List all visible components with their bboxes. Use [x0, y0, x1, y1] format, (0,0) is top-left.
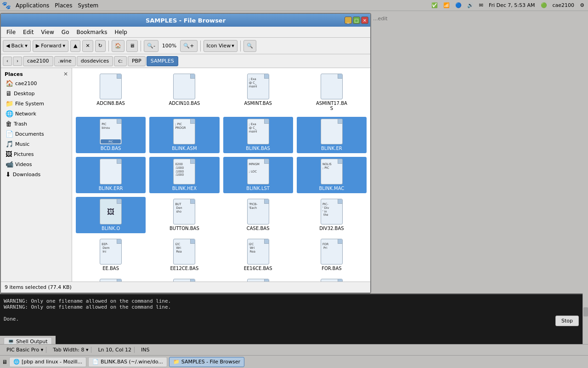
sidebar-label: Videos: [15, 161, 32, 167]
breadcrumb-cae2100[interactable]: cae2100: [23, 56, 53, 66]
forward-button[interactable]: ▶ Forward ▾: [33, 40, 68, 52]
file-icon: 🖼: [100, 199, 122, 224]
zoom-in-button[interactable]: 🔍+: [180, 40, 197, 52]
file-item[interactable]: EEP- Dem IniEE.BAS: [76, 237, 146, 273]
file-item[interactable]: ; Exa @ C_ mainlASMINT.BAS: [223, 72, 293, 113]
system-menu[interactable]: System: [75, 1, 101, 10]
sidebar-item-desktop[interactable]: 🖥 Desktop: [3, 88, 70, 98]
file-icon: PIC LCD: [247, 279, 269, 282]
tab-width-status[interactable]: Tab Width: 8 ▾: [50, 347, 91, 353]
file-item[interactable]: PIC charvHSER.BAS: [76, 277, 146, 282]
taskbar-item-filebrowser[interactable]: 📁 SAMPLES - File Browser: [169, 357, 244, 367]
settings-icon[interactable]: ⚙: [578, 2, 586, 8]
file-item[interactable]: 🖼BLINK.O: [76, 197, 146, 233]
taskbar-item-mozilla[interactable]: 🌐 [pbp and linux - Mozill...: [9, 357, 86, 367]
sidebar-close-button[interactable]: ✕: [63, 71, 68, 77]
shell-tab-label: Shell Output: [16, 339, 48, 345]
help-menu[interactable]: Help: [111, 28, 131, 36]
breadcrumb-forward-button[interactable]: ›: [13, 57, 22, 66]
file-item[interactable]: BUT Den shoBUTTON.BAS: [149, 197, 219, 233]
file-icon: NOLIS ; PIC: [321, 159, 343, 184]
filesystem-icon: 📁: [6, 100, 13, 107]
minimize-button[interactable]: _: [345, 17, 352, 24]
sidebar-item-network[interactable]: 🌐 Network: [3, 109, 70, 119]
file-menu[interactable]: File: [3, 28, 19, 36]
file-item[interactable]: I2C Wri ReaEE16CE.BAS: [223, 237, 293, 273]
places-menu[interactable]: Places: [52, 1, 75, 10]
search-button[interactable]: 🔍: [243, 40, 256, 52]
view-menu[interactable]: View: [37, 28, 57, 36]
stop-loading-button[interactable]: ✕: [82, 40, 93, 52]
up-button[interactable]: ▲: [70, 40, 80, 52]
shell-output-text: WARNING: Only one filename allowed on th…: [4, 298, 579, 322]
file-item[interactable]: 'PICB- 'EachCASE.BAS: [223, 197, 293, 233]
editor-dropdown-icon[interactable]: ▾: [41, 347, 44, 353]
stop-button[interactable]: Stop: [555, 316, 579, 326]
file-item[interactable]: ; PIC PROGRBLINK.ASM: [149, 117, 219, 153]
breadcrumb-back-button[interactable]: ‹: [3, 57, 12, 66]
fb-statusbar: 9 items selected (77.4 KB): [1, 282, 370, 293]
reload-button[interactable]: ↻: [95, 40, 106, 52]
file-item[interactable]: BLINK.ER: [297, 117, 367, 153]
file-item[interactable]: ASMINT17.BAS: [297, 72, 367, 113]
sidebar-item-music[interactable]: 🎵 Music: [3, 139, 70, 149]
back-dropdown-icon[interactable]: ▾: [25, 43, 28, 49]
breadcrumb-samples[interactable]: SAMPLES: [147, 56, 178, 66]
editor-type-status[interactable]: PIC Basic Pro ▾: [4, 347, 46, 353]
file-item[interactable]: ; Exa @ C_ mainlBLINK.BAS: [223, 117, 293, 153]
breadcrumb-c[interactable]: c:: [114, 56, 127, 66]
file-item[interactable]: PIC LCDLCD.BAS: [223, 277, 293, 282]
fb-content-area[interactable]: ADCIN8.BASADCIN10.BAS; Exa @ C_ mainlASM…: [72, 68, 370, 282]
view-mode-selector[interactable]: Icon View ▾: [204, 40, 237, 52]
home-button[interactable]: 🏠: [112, 40, 124, 52]
sidebar-item-documents[interactable]: 📄 Documents: [3, 129, 70, 139]
file-item[interactable]: I2C Wri ReaEE12CE.BAS: [149, 237, 219, 273]
tab-width-dropdown-icon[interactable]: ▾: [86, 347, 89, 353]
file-item[interactable]: NOLIS ; PICBLINK.MAC: [297, 157, 367, 193]
file-item[interactable]: I2C Wri ReaI2C.BAS: [149, 277, 219, 282]
file-item[interactable]: DisLOGIC.BAS: [297, 277, 367, 282]
taskbar-item-blink[interactable]: 📄 BLINK.BAS (~/.wine/do...: [88, 357, 167, 367]
file-item[interactable]: BLINK.ERR: [76, 157, 146, 193]
file-item[interactable]: MPASM ; LOCBLINK.LST: [223, 157, 293, 193]
username-display: cae2100: [551, 2, 577, 8]
sidebar-item-downloads[interactable]: ⬇ Downloads: [3, 169, 70, 179]
editor-menu: ...edit: [371, 13, 588, 24]
file-name: BLINK.MAC: [317, 185, 345, 191]
close-button[interactable]: ✕: [361, 17, 368, 24]
edit-menu[interactable]: Edit: [19, 28, 37, 36]
go-menu[interactable]: Go: [58, 28, 73, 36]
sidebar-item-filesystem[interactable]: 📁 File System: [3, 98, 70, 109]
breadcrumb-pbp[interactable]: PBP: [128, 56, 146, 66]
zoom-out-button[interactable]: 🔍-: [144, 40, 158, 52]
forward-dropdown-icon[interactable]: ▾: [62, 43, 65, 49]
file-item[interactable]: FOR PriFOR.BAS: [297, 237, 367, 273]
sidebar-item-trash[interactable]: 🗑 Trash: [3, 119, 70, 129]
bookmarks-menu[interactable]: Bookmarks: [73, 28, 111, 36]
shell-scrollbar[interactable]: [582, 293, 588, 349]
file-item[interactable]: PIC- ' Div ' in theDIV32.BAS: [297, 197, 367, 233]
scrollbar-thumb[interactable]: [583, 307, 588, 316]
file-item[interactable]: 0200 :1000 :1000 :1000BLINK.HEX: [149, 157, 219, 193]
file-item[interactable]: ADCIN10.BAS: [149, 72, 219, 113]
sidebar-label: Documents: [15, 131, 44, 137]
shell-output-panel[interactable]: WARNING: Only one filename allowed on th…: [0, 293, 582, 349]
maximize-button[interactable]: □: [353, 17, 360, 24]
breadcrumb-wine[interactable]: .wine: [54, 56, 76, 66]
breadcrumb-dosdevices[interactable]: dosdevices: [77, 56, 113, 66]
fb-menubar: File Edit View Go Bookmarks Help: [1, 27, 370, 38]
sidebar-item-cae2100[interactable]: 🏠 cae2100: [3, 78, 70, 88]
back-button[interactable]: ◀ Back ▾: [3, 40, 31, 52]
file-item[interactable]: PIC binouPICBCD.BAS: [76, 117, 146, 153]
sidebar-item-pictures[interactable]: 🖼 Pictures: [3, 149, 70, 159]
computer-button[interactable]: 🖥: [126, 40, 138, 52]
file-item[interactable]: ADCIN8.BAS: [76, 72, 146, 113]
reload-icon: ↻: [98, 43, 102, 49]
zoom-in-icon: 🔍+: [183, 43, 194, 49]
forward-label: Forward: [41, 43, 61, 49]
antivirus-icon: ✅: [430, 2, 440, 8]
sidebar-label: Music: [15, 141, 29, 147]
applications-menu[interactable]: Applications: [13, 1, 52, 10]
sidebar-item-videos[interactable]: 📹 Videos: [3, 159, 70, 169]
file-name: BLINK.O: [100, 225, 121, 231]
